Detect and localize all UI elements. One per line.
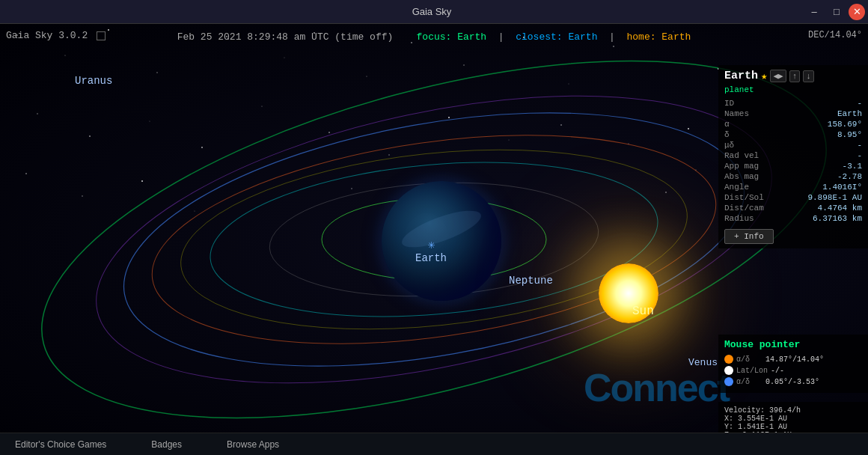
maximize-button[interactable]: □ (826, 4, 847, 20)
mouse-panel-title: Mouse pointer (724, 339, 862, 350)
info-value: - (857, 151, 862, 160)
panel-info-row: δ 8.95° (724, 130, 862, 139)
info-key: ID (724, 99, 769, 108)
x-coord-display: X: 3.554E-1 AU (724, 415, 862, 423)
panel-info-row: Radius 6.37163 km (724, 214, 862, 223)
panel-info-row: Names Earth (724, 109, 862, 118)
svg-point-26 (688, 128, 689, 129)
browse-apps-link[interactable]: Browse Apps (227, 439, 279, 450)
svg-point-31 (351, 188, 352, 189)
svg-point-23 (509, 140, 510, 141)
mouse-row-icon (724, 377, 733, 386)
panel-planet-name[interactable]: Earth (724, 70, 758, 82)
panel-info-rows: ID - Names Earth α 158.69° δ 8.95° μδ - … (724, 99, 862, 223)
panel-planet-type: planet (724, 85, 862, 94)
panel-info-row: α 158.69° (724, 120, 862, 129)
mouse-row-key: α/δ (736, 378, 762, 386)
svg-point-21 (388, 154, 389, 155)
titlebar: Gaia Sky – □ ✕ (0, 0, 868, 24)
info-value: 1.4016I° (822, 183, 862, 192)
earth-info-panel: Earth ★ ◀▶ ↑ ↓ planet ID - Names Earth α… (718, 65, 868, 248)
panel-info-row: μδ - (724, 141, 862, 150)
panel-info-row: App mag -3.1 (724, 162, 862, 171)
svg-point-19 (261, 106, 262, 106)
mouse-row-value: -/- (771, 367, 784, 375)
info-value: - (857, 141, 862, 150)
earth-planet[interactable] (382, 181, 501, 301)
svg-point-27 (25, 173, 27, 174)
editors-choice-link[interactable]: Editor's Choice Games (15, 439, 106, 450)
info-key: Abs mag (724, 172, 769, 181)
mouse-row-key: Lat/Lon (736, 367, 768, 375)
space-view[interactable]: Gaia Sky 3.0.2 Feb 25 2021 8:29:48 am UT… (0, 24, 868, 455)
mouse-rows-container: α/δ 14.87°/14.04° Lat/Lon -/- α/δ 0.05°/… (724, 355, 862, 386)
info-key: Dist/cam (724, 204, 769, 213)
info-value: - (857, 99, 862, 108)
info-value: 8.95° (837, 130, 862, 139)
store-bar: Editor's Choice Games Badges Browse Apps (0, 433, 868, 455)
y-coord-display: Y: 1.541E-1 AU (724, 423, 862, 431)
svg-point-12 (613, 46, 614, 47)
svg-point-15 (37, 113, 37, 114)
panel-down-button[interactable]: ↓ (803, 70, 814, 82)
svg-point-33 (695, 169, 696, 170)
info-value: -3.1 (843, 162, 862, 171)
svg-point-7 (366, 76, 367, 76)
svg-point-11 (569, 84, 569, 85)
declination-display: DEC/14.04° (808, 30, 862, 40)
panel-info-row: ID - (724, 99, 862, 108)
mouse-row-icon (724, 355, 733, 364)
svg-point-16 (89, 135, 91, 137)
window-controls: – □ ✕ (804, 4, 868, 20)
svg-point-5 (284, 58, 285, 58)
svg-point-24 (560, 124, 562, 126)
info-value: 4.4764 km (818, 204, 862, 213)
mouse-pointer-row: α/δ 14.87°/14.04° (724, 355, 862, 364)
connect-logo: Connect (584, 365, 729, 410)
sun-planet[interactable] (599, 263, 658, 323)
panel-up-button[interactable]: ↑ (789, 70, 801, 82)
svg-point-18 (201, 147, 203, 148)
info-key: Radius (724, 214, 769, 223)
info-key: Rad vel (724, 151, 769, 160)
minimize-button[interactable]: – (804, 4, 825, 20)
panel-info-row: Rad vel - (724, 151, 862, 160)
datetime-display: Feb 25 2021 8:29:48 am UTC (time off) fo… (177, 31, 691, 43)
more-info-button[interactable]: + Info (724, 229, 774, 244)
panel-info-row: Dist/cam 4.4764 km (724, 204, 862, 213)
info-key: δ (724, 130, 769, 139)
mouse-pointer-row: α/δ 0.05°/-3.53° (724, 377, 862, 386)
info-key: App mag (724, 162, 769, 171)
badges-link[interactable]: Badges (151, 439, 182, 450)
info-value: 158.69° (828, 120, 862, 129)
velocity-display: Velocity: 396.4/h (724, 406, 862, 415)
svg-point-22 (448, 117, 450, 118)
mouse-row-value: 14.87°/14.04° (765, 355, 824, 364)
panel-info-row: Angle 1.4016I° (724, 183, 862, 192)
window-title: Gaia Sky (60, 6, 804, 17)
mouse-row-value: 0.05°/-3.53° (765, 378, 819, 386)
info-key: α (724, 120, 769, 129)
info-value: -2.78 (837, 172, 862, 181)
info-key: Names (724, 109, 769, 118)
svg-point-9 (463, 64, 464, 65)
info-value: 9.898E-1 AU (807, 193, 862, 202)
close-button[interactable]: ✕ (849, 4, 865, 20)
panel-sound-button[interactable]: ◀▶ (770, 70, 786, 82)
mouse-pointer-row: Lat/Lon -/- (724, 366, 862, 375)
earth-crosshair-icon: ✳ (428, 237, 435, 252)
svg-point-1 (64, 55, 65, 55)
star-icon: ★ (761, 70, 767, 82)
svg-point-17 (150, 121, 150, 122)
mouse-row-icon (724, 366, 733, 375)
panel-info-row: Abs mag -2.78 (724, 172, 862, 181)
mouse-pointer-panel: Mouse pointer α/δ 14.87°/14.04° Lat/Lon … (718, 335, 868, 393)
info-key: Angle (724, 183, 769, 192)
info-value: Earth (837, 109, 862, 118)
svg-point-30 (195, 211, 195, 212)
svg-point-29 (141, 180, 143, 182)
svg-point-25 (628, 143, 629, 144)
svg-point-3 (156, 72, 157, 73)
svg-point-28 (82, 195, 82, 196)
svg-point-32 (665, 192, 667, 193)
